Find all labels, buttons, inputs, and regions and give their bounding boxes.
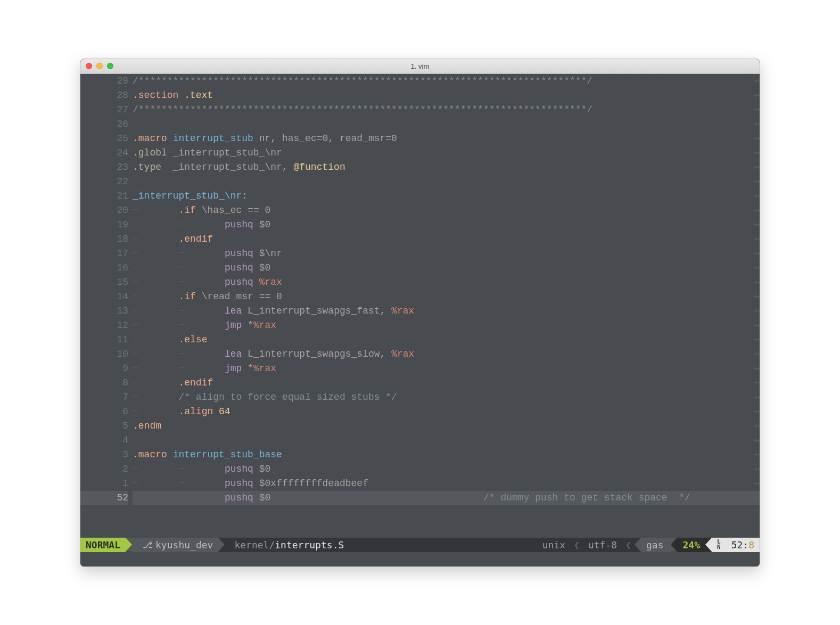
- eol-marker-icon: ↤: [754, 304, 760, 318]
- titlebar: 1. vim: [80, 59, 760, 74]
- eol-marker-icon: ↤: [754, 261, 760, 275]
- eol-marker-icon: ↤: [754, 189, 760, 203]
- code-line[interactable]: _interrupt_stub_\nr:↤: [133, 189, 760, 203]
- code-line[interactable]: ┄ ┄ lea L_interrupt_swapgs_slow, %rax↤: [133, 347, 760, 361]
- eol-marker-icon: ↤: [754, 218, 760, 232]
- separator-icon: ❮: [571, 539, 583, 550]
- line-number: 4: [80, 433, 128, 448]
- code-line[interactable]: .type _interrupt_stub_\nr, @function↤: [133, 160, 760, 175]
- eol-marker-icon: ↤: [754, 74, 760, 88]
- code-line[interactable]: /***************************************…: [133, 74, 760, 88]
- eol-marker-icon: ↤: [754, 146, 760, 160]
- line-number: 52: [80, 491, 128, 505]
- line-number: 22: [80, 175, 128, 189]
- code-line[interactable]: .endm↤: [133, 419, 760, 433]
- git-branch-name: kyushu_dev: [155, 539, 213, 550]
- file-dir: kernel/: [234, 539, 275, 550]
- eol-marker-icon: ↤: [754, 376, 760, 390]
- window-close-button[interactable]: [86, 63, 92, 69]
- code-line[interactable]: ┄ ┄ pushq $\nr↤: [133, 246, 760, 261]
- code-line[interactable]: ↤: [133, 117, 760, 131]
- code-line[interactable]: ┄ ┄ lea L_interrupt_swapgs_fast, %rax↤: [133, 304, 760, 318]
- line-number: 20: [80, 203, 128, 218]
- ln-icon: LN: [717, 539, 721, 550]
- line-number: 15: [80, 275, 128, 290]
- line-number-gutter: 2928272625242322212019181716151413121110…: [80, 74, 133, 538]
- traffic-lights: [80, 63, 113, 69]
- eol-marker-icon: ↤: [754, 333, 760, 347]
- code-line[interactable]: ┄ /* align to force equal sized stubs */…: [133, 390, 760, 405]
- line-number: 19: [80, 218, 128, 232]
- position-segment: 52:8: [726, 538, 760, 552]
- status-line: NORMAL ⎇ kyushu_dev kernel/interrupts.S …: [80, 538, 760, 552]
- line-number: 16: [80, 261, 128, 275]
- code-line[interactable]: ┄ .endif↤: [133, 376, 760, 390]
- separator-icon: [671, 538, 677, 552]
- code-line[interactable]: ┄ ┄ pushq $0 /* dummy push to get stack …: [133, 491, 760, 505]
- separator-icon: [635, 538, 641, 552]
- eol-marker-icon: ↤: [754, 290, 760, 304]
- line-number: 13: [80, 304, 128, 318]
- code-line[interactable]: .globl _interrupt_stub_\nr↤: [133, 146, 760, 160]
- code-line[interactable]: /***************************************…: [133, 103, 760, 117]
- line-number: 18: [80, 232, 128, 246]
- line-number: 17: [80, 246, 128, 261]
- separator-icon: [705, 538, 712, 552]
- code-line[interactable]: ┄ ┄ pushq $0↤: [133, 261, 760, 275]
- code-line[interactable]: ┄ ┄ pushq $0↤: [133, 218, 760, 232]
- eol-marker-icon: ↤: [754, 433, 760, 448]
- code-line[interactable]: ┄ ┄ jmp *%rax↤: [133, 318, 760, 333]
- window-minimize-button[interactable]: [96, 63, 103, 69]
- line-number: 27: [80, 103, 128, 117]
- line-number: 25: [80, 131, 128, 146]
- code-content[interactable]: /***************************************…: [133, 74, 760, 538]
- code-line[interactable]: ↤: [133, 433, 760, 448]
- eol-marker-icon: ↤: [754, 390, 760, 405]
- eol-marker-icon: ↤: [754, 131, 760, 146]
- eol-marker-icon: ↤: [754, 347, 760, 361]
- eol-marker-icon: ↤: [754, 476, 760, 491]
- code-line[interactable]: ┄ .if \read_msr == 0↤: [133, 290, 760, 304]
- eol-marker-icon: ↤: [754, 462, 760, 476]
- code-line[interactable]: ┄ ┄ jmp *%rax↤: [133, 361, 760, 376]
- code-line[interactable]: ┄ .align 64↤: [133, 405, 760, 419]
- window-maximize-button[interactable]: [107, 63, 113, 69]
- eol-marker-icon: ↤: [754, 275, 760, 290]
- code-line[interactable]: ┄ .if \has_ec == 0↤: [133, 203, 760, 218]
- code-line[interactable]: ┄ .endif↤: [133, 232, 760, 246]
- eol-marker-icon: ↤: [754, 246, 760, 261]
- fileformat-segment: unix: [537, 538, 571, 552]
- code-line[interactable]: ┄ ┄ pushq $0xffffffffdeadbeef↤: [133, 476, 760, 491]
- line-number: 1: [80, 476, 128, 491]
- separator-icon: ❮: [622, 539, 635, 550]
- code-line[interactable]: ┄ .else↤: [133, 333, 760, 347]
- line-number: 3: [80, 448, 128, 462]
- eol-marker-icon: ↤: [754, 405, 760, 419]
- code-line[interactable]: ↤: [133, 175, 760, 189]
- command-line-area[interactable]: [80, 552, 760, 566]
- eol-marker-icon: ↤: [754, 160, 760, 175]
- eol-marker-icon: ↤: [754, 491, 760, 505]
- file-name: interrupts.S: [275, 539, 344, 550]
- line-number: 21: [80, 189, 128, 203]
- editor-area[interactable]: 2928272625242322212019181716151413121110…: [80, 74, 760, 538]
- filetype-segment: gas: [641, 538, 671, 552]
- terminal-window: 1. vim 292827262524232221201918171615141…: [80, 59, 760, 567]
- line-number: 10: [80, 347, 128, 361]
- cursor-col: 8: [748, 539, 754, 550]
- eol-marker-icon: ↤: [754, 175, 760, 189]
- line-number: 12: [80, 318, 128, 333]
- code-line[interactable]: ┄ ┄ pushq %rax↤: [133, 275, 760, 290]
- eol-marker-icon: ↤: [754, 361, 760, 376]
- status-spacer: [349, 538, 537, 552]
- code-line[interactable]: .section .text↤: [133, 88, 760, 103]
- eol-marker-icon: ↤: [754, 117, 760, 131]
- git-branch-segment: ⎇ kyushu_dev: [132, 538, 218, 552]
- code-line[interactable]: .macro interrupt_stub nr, has_ec=0, read…: [133, 131, 760, 146]
- code-line[interactable]: .macro interrupt_stub_base↤: [133, 448, 760, 462]
- line-number: 7: [80, 390, 128, 405]
- code-line[interactable]: ┄ ┄ pushq $0↤: [133, 462, 760, 476]
- eol-marker-icon: ↤: [754, 88, 760, 103]
- line-number-glyph: LN: [712, 538, 726, 552]
- separator-icon: [218, 538, 225, 552]
